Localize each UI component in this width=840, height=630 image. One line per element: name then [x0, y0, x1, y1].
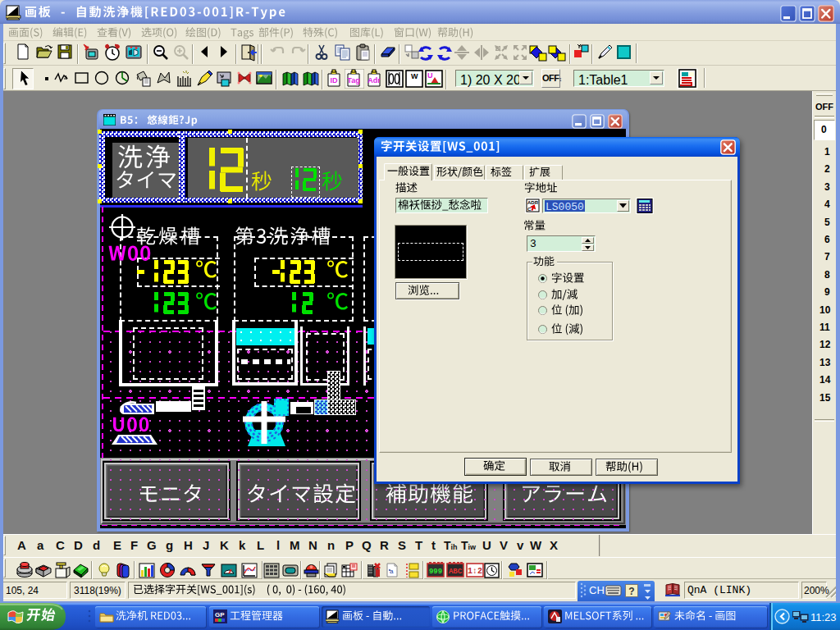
svg-text:ABC: ABC — [449, 568, 463, 576]
svg-text:1↕2: 1↕2 — [468, 567, 482, 576]
svg-text:a: a — [390, 568, 394, 575]
svg-text:ADR: ADR — [527, 200, 539, 205]
svg-text:GP: GP — [215, 611, 225, 619]
svg-text:C: C — [527, 207, 532, 212]
svg-text:999: 999 — [429, 568, 442, 576]
svg-text:?: ? — [628, 586, 634, 597]
